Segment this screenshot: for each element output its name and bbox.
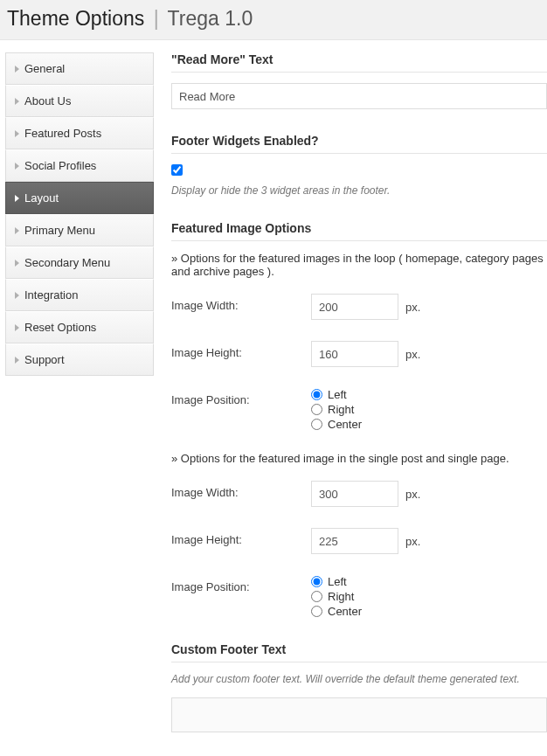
chevron-right-icon xyxy=(15,292,19,299)
radio-label: Right xyxy=(328,590,354,603)
loop-position-left-radio[interactable] xyxy=(311,389,322,400)
loop-position-label: Image Position: xyxy=(171,388,311,406)
page-title: Theme Options | Trega 1.0 xyxy=(7,7,540,31)
single-position-center-radio[interactable] xyxy=(311,606,322,617)
footer-widgets-section: Footer Widgets Enabled? Display or hide … xyxy=(171,134,547,197)
chevron-right-icon xyxy=(15,163,19,170)
sidebar-item-label: About Us xyxy=(24,94,71,108)
theme-name: Trega 1.0 xyxy=(168,7,253,30)
sidebar-item-secondary-menu[interactable]: Secondary Menu xyxy=(5,246,154,279)
single-position-left-option[interactable]: Left xyxy=(311,575,362,588)
loop-position-center-option[interactable]: Center xyxy=(311,418,362,431)
radio-label: Left xyxy=(328,575,347,588)
unit-px: px. xyxy=(405,301,420,314)
chevron-right-icon xyxy=(15,357,19,364)
title-main: Theme Options xyxy=(7,7,144,30)
chevron-right-icon xyxy=(15,260,19,267)
content-area: "Read More" Text Footer Widgets Enabled?… xyxy=(154,52,547,756)
read-more-input[interactable] xyxy=(171,83,547,109)
chevron-right-icon xyxy=(15,130,19,137)
sidebar-item-integration[interactable]: Integration xyxy=(5,279,154,311)
single-position-label: Image Position: xyxy=(171,575,311,593)
sidebar-item-label: General xyxy=(24,62,65,75)
single-position-center-option[interactable]: Center xyxy=(311,605,362,618)
read-more-section: "Read More" Text xyxy=(171,52,547,109)
chevron-right-icon xyxy=(15,324,19,331)
radio-label: Center xyxy=(328,418,362,431)
sidebar-item-label: Social Profiles xyxy=(24,159,96,172)
loop-note: » Options for the featured images in the… xyxy=(171,252,547,278)
single-width-input[interactable] xyxy=(311,481,398,507)
loop-width-row: Image Width: px. xyxy=(171,294,547,320)
loop-height-row: Image Height: px. xyxy=(171,341,547,367)
sidebar-item-label: Secondary Menu xyxy=(24,256,110,269)
footer-widgets-desc: Display or hide the 3 widget areas in th… xyxy=(171,184,547,197)
loop-position-center-radio[interactable] xyxy=(311,419,322,430)
loop-position-right-option[interactable]: Right xyxy=(311,403,362,416)
sidebar-item-reset-options[interactable]: Reset Options xyxy=(5,311,154,343)
single-position-radios: LeftRightCenter xyxy=(311,575,362,618)
loop-position-row: Image Position: LeftRightCenter xyxy=(171,388,547,431)
single-note: » Options for the featured image in the … xyxy=(171,452,547,465)
sidebar-item-label: Reset Options xyxy=(24,321,96,334)
sidebar-item-about-us[interactable]: About Us xyxy=(5,85,154,117)
read-more-heading: "Read More" Text xyxy=(171,52,547,73)
single-width-label: Image Width: xyxy=(171,481,311,499)
single-position-right-option[interactable]: Right xyxy=(311,590,362,603)
footer-widgets-heading: Footer Widgets Enabled? xyxy=(171,134,547,154)
single-height-input[interactable] xyxy=(311,528,398,554)
loop-height-input[interactable] xyxy=(311,341,398,367)
chevron-right-icon xyxy=(15,98,19,105)
single-height-row: Image Height: px. xyxy=(171,528,547,554)
loop-width-label: Image Width: xyxy=(171,294,311,312)
sidebar-item-general[interactable]: General xyxy=(5,52,154,85)
page-header: Theme Options | Trega 1.0 xyxy=(0,0,547,40)
chevron-right-icon xyxy=(15,227,19,234)
radio-label: Left xyxy=(328,388,347,401)
loop-width-input[interactable] xyxy=(311,294,398,320)
sidebar-item-layout[interactable]: Layout xyxy=(5,182,154,214)
loop-position-radios: LeftRightCenter xyxy=(311,388,362,431)
custom-footer-desc: Add your custom footer text. Will overri… xyxy=(171,673,547,685)
chevron-right-icon xyxy=(15,66,19,73)
loop-height-label: Image Height: xyxy=(171,341,311,359)
single-position-row: Image Position: LeftRightCenter xyxy=(171,575,547,618)
single-position-right-radio[interactable] xyxy=(311,591,322,602)
featured-image-heading: Featured Image Options xyxy=(171,221,547,241)
radio-label: Right xyxy=(328,403,354,416)
sidebar-item-primary-menu[interactable]: Primary Menu xyxy=(5,214,154,246)
unit-px: px. xyxy=(405,535,420,548)
custom-footer-section: Custom Footer Text Add your custom foote… xyxy=(171,642,547,735)
sidebar-item-featured-posts[interactable]: Featured Posts xyxy=(5,117,154,149)
radio-label: Center xyxy=(328,605,362,618)
unit-px: px. xyxy=(405,348,420,361)
sidebar-item-label: Integration xyxy=(24,288,78,302)
sidebar-item-label: Featured Posts xyxy=(24,127,101,140)
sidebar-item-support[interactable]: Support xyxy=(5,343,154,376)
sidebar: GeneralAbout UsFeatured PostsSocial Prof… xyxy=(5,52,154,376)
footer-widgets-checkbox[interactable] xyxy=(171,164,183,176)
loop-position-right-radio[interactable] xyxy=(311,404,322,415)
sidebar-item-label: Primary Menu xyxy=(24,224,95,237)
unit-px: px. xyxy=(405,488,420,501)
single-width-row: Image Width: px. xyxy=(171,481,547,507)
sidebar-item-label: Support xyxy=(24,353,65,366)
loop-position-left-option[interactable]: Left xyxy=(311,388,362,401)
featured-image-section: Featured Image Options » Options for the… xyxy=(171,221,547,618)
custom-footer-heading: Custom Footer Text xyxy=(171,642,547,662)
sidebar-item-social-profiles[interactable]: Social Profiles xyxy=(5,149,154,182)
single-position-left-radio[interactable] xyxy=(311,576,322,587)
chevron-right-icon xyxy=(15,195,19,202)
custom-footer-textarea[interactable] xyxy=(171,697,547,732)
sidebar-item-label: Layout xyxy=(24,191,59,205)
single-height-label: Image Height: xyxy=(171,528,311,546)
title-divider: | xyxy=(154,7,159,30)
